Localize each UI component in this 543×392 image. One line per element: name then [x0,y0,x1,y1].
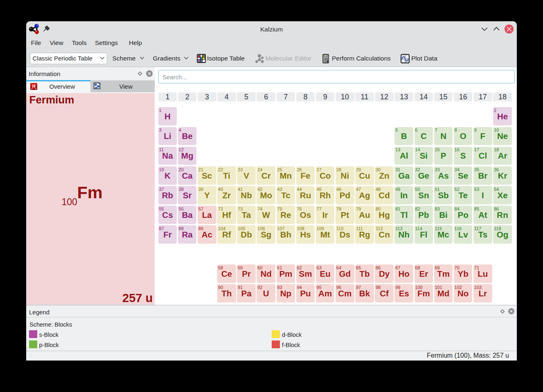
svg-text:H: H [32,84,36,89]
